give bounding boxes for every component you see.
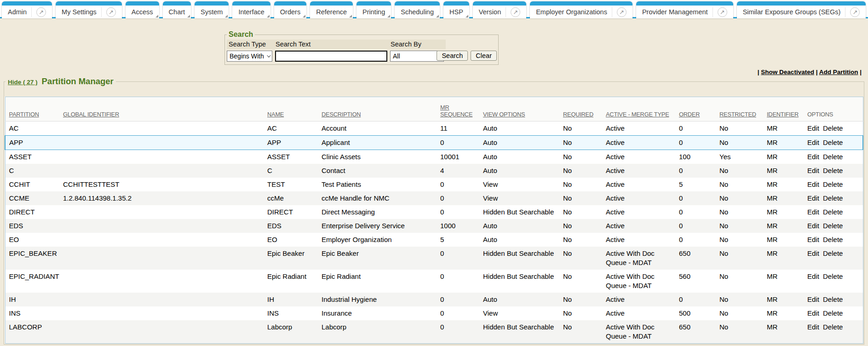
table-row[interactable]: EPIC_RADIANT Epic Radiant Epic Radiant 0…	[5, 270, 863, 293]
tab-label: Access	[132, 8, 153, 16]
delete-link[interactable]: Delete	[823, 272, 843, 280]
delete-link[interactable]: Delete	[823, 124, 843, 132]
search-type-label: Search Type	[229, 40, 276, 48]
table-row[interactable]: IH IH Industrial Hygiene 0 Auto No Activ…	[5, 293, 863, 306]
tab-reference[interactable]: Reference	[310, 1, 353, 18]
table-row[interactable]: ASSET ASSET Clinic Assets 10001 Auto No …	[5, 150, 863, 164]
delete-link[interactable]: Delete	[823, 167, 843, 174]
column-header-restricted[interactable]: RESTRICTED	[716, 97, 763, 121]
delete-link[interactable]: Delete	[823, 194, 843, 202]
cell-global-identifier	[59, 219, 264, 233]
table-row[interactable]: CCHIT CCHITTESTTEST TEST Test Patients 0…	[5, 178, 863, 191]
external-link-icon[interactable]: ↗	[850, 7, 860, 17]
add-partition-link[interactable]: Add Partition	[819, 69, 858, 75]
cell-view-options: Auto	[479, 136, 559, 150]
cell-options: Edit Delete	[804, 306, 863, 320]
table-row[interactable]: CCME 1.2.840.114398.1.35.2 ccMe ccMe Han…	[5, 191, 863, 205]
cell-order: 0	[675, 164, 716, 178]
column-header-identifier[interactable]: IDENTIFIER	[763, 97, 804, 121]
delete-link[interactable]: Delete	[823, 295, 843, 303]
edit-link[interactable]: Edit	[807, 309, 819, 317]
tab-access[interactable]: Access	[126, 1, 159, 18]
search-type-select[interactable]: Begins With	[227, 51, 272, 62]
external-link-icon[interactable]: ↗	[36, 7, 46, 17]
delete-link[interactable]: Delete	[823, 180, 843, 188]
delete-link[interactable]: Delete	[823, 236, 843, 243]
edit-link[interactable]: Edit	[807, 153, 819, 161]
table-row[interactable]: DIRECT DIRECT Direct Messaging 0 Hidden …	[5, 205, 863, 219]
edit-link[interactable]: Edit	[807, 180, 819, 188]
cell-description: Industrial Hygiene	[318, 293, 437, 306]
cell-description: ccMe Handle for NMC	[318, 191, 437, 205]
tab-chart[interactable]: Chart	[163, 1, 191, 18]
table-row[interactable]: EDS EDS Enterprise Delivery Service 1000…	[5, 219, 863, 233]
delete-link[interactable]: Delete	[823, 309, 843, 317]
edit-link[interactable]: Edit	[807, 236, 819, 243]
cell-view-options: Hidden But Searchable	[479, 320, 559, 344]
delete-link[interactable]: Delete	[823, 208, 843, 216]
search-panel: Search Search Type Search Text Search By…	[224, 30, 499, 65]
table-row[interactable]: INS INS Insurance 0 View No Active 500 N…	[5, 306, 863, 320]
tab-icon-divider: ↗	[101, 7, 116, 17]
search-button[interactable]: Search	[437, 51, 468, 61]
cell-order: 0	[675, 293, 716, 306]
tab-version[interactable]: Version ↗	[473, 1, 526, 18]
tab-orders[interactable]: Orders	[274, 1, 306, 18]
edit-link[interactable]: Edit	[807, 194, 819, 202]
hide-link[interactable]: Hide ( 27 )	[8, 79, 38, 86]
column-header-global-identifier[interactable]: GLOBAL IDENTIFIER	[59, 97, 264, 121]
cell-order: 100	[675, 150, 716, 164]
tab-system[interactable]: System	[195, 1, 229, 18]
column-header-order[interactable]: ORDER	[675, 97, 716, 121]
external-link-icon[interactable]: ↗	[106, 7, 116, 17]
tab-admin[interactable]: Admin ↗	[2, 1, 52, 18]
delete-link[interactable]: Delete	[823, 138, 843, 146]
delete-link[interactable]: Delete	[823, 249, 843, 257]
show-deactivated-link[interactable]: Show Deactivated	[761, 69, 814, 75]
edit-link[interactable]: Edit	[807, 272, 819, 280]
table-row[interactable]: C C Contact 4 Auto No Active 0 No MR Edi…	[5, 164, 863, 178]
column-header-active-merge-type[interactable]: ACTIVE - MERGE TYPE	[602, 97, 675, 121]
delete-link[interactable]: Delete	[823, 153, 843, 161]
tab-hsp[interactable]: HSP	[443, 1, 469, 18]
external-link-icon[interactable]: ↗	[718, 7, 727, 17]
tab-my-settings[interactable]: My Settings ↗	[56, 1, 122, 18]
tab-employer-organizations[interactable]: Employer Organizations ↗	[530, 1, 632, 18]
table-row[interactable]: AC AC Account 11 Auto No Active 0 No MR …	[5, 121, 863, 136]
edit-link[interactable]: Edit	[807, 208, 819, 216]
edit-link[interactable]: Edit	[807, 124, 819, 132]
edit-link[interactable]: Edit	[807, 323, 819, 331]
column-header-name[interactable]: NAME	[264, 97, 318, 121]
tab-provider-management[interactable]: Provider Management ↗	[636, 1, 733, 18]
cell-global-identifier	[59, 164, 264, 178]
edit-link[interactable]: Edit	[807, 295, 819, 303]
column-header-description[interactable]: DESCRIPTION	[318, 97, 437, 121]
table-row[interactable]: EPIC_BEAKER Epic Beaker Epic Beaker 0 Hi…	[5, 247, 863, 270]
edit-link[interactable]: Edit	[807, 222, 819, 230]
column-header-required[interactable]: REQUIRED	[559, 97, 602, 121]
edit-link[interactable]: Edit	[807, 249, 819, 257]
delete-link[interactable]: Delete	[823, 222, 843, 230]
tab-similar-exposure-groups-segs[interactable]: Similar Exposure Groups (SEGs) ↗	[737, 1, 866, 18]
column-header-partition[interactable]: PARTITION	[5, 97, 59, 121]
table-row[interactable]: LABCORP Labcorp Labcorp 0 Hidden But Sea…	[5, 320, 863, 344]
tab-interface[interactable]: Interface	[232, 1, 270, 18]
cell-required: No	[559, 320, 602, 344]
cell-identifier: MR	[763, 178, 804, 191]
cell-mr-sequence: 0	[437, 306, 479, 320]
external-link-icon[interactable]: ↗	[511, 7, 520, 17]
tab-printing[interactable]: Printing	[356, 1, 391, 18]
edit-link[interactable]: Edit	[807, 167, 819, 174]
table-row[interactable]: APP APP Applicant 0 Auto No Active 0 No …	[5, 136, 863, 150]
table-row[interactable]: EO EO Employer Organization 5 Auto No Ac…	[5, 233, 863, 247]
column-header-mr-sequence[interactable]: MR SEQUENCE	[437, 97, 479, 121]
edit-link[interactable]: Edit	[807, 138, 819, 146]
tab-scheduling[interactable]: Scheduling	[395, 1, 440, 18]
column-header-view-options[interactable]: VIEW OPTIONS	[479, 97, 559, 121]
clear-button[interactable]: Clear	[471, 51, 497, 61]
search-label-strip: Search Type Search Text Search By	[227, 40, 446, 49]
external-link-icon[interactable]: ↗	[617, 7, 627, 17]
delete-link[interactable]: Delete	[823, 323, 843, 331]
search-panel-legend: Search	[227, 30, 255, 39]
search-text-input[interactable]	[275, 51, 387, 62]
